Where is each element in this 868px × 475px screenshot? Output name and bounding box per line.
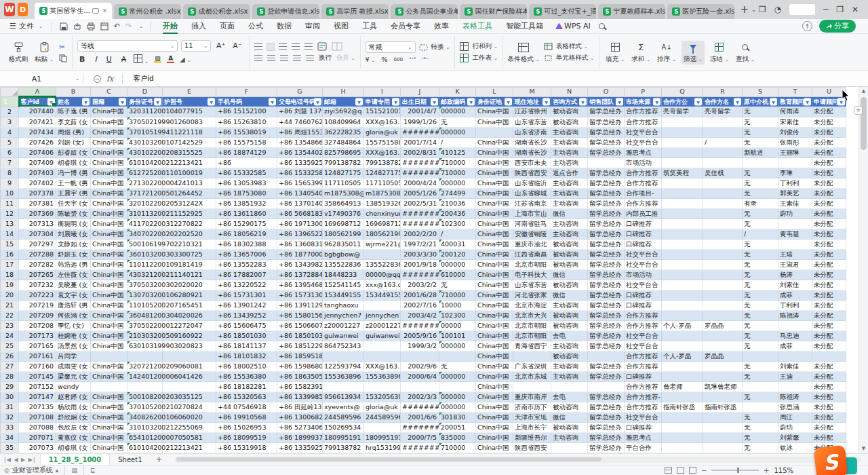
row-header-13[interactable]: 13 — [1, 218, 19, 229]
align-right-icon[interactable] — [280, 55, 288, 62]
column-header-F[interactable]: F — [216, 88, 277, 97]
cell-K29[interactable] — [439, 381, 476, 392]
cell-F19[interactable]: +86 13220522 — [216, 280, 277, 290]
cell-T24[interactable]: 马忠迪 — [778, 330, 812, 341]
cell-I8[interactable]: 124827175 — [364, 168, 401, 178]
cell-G21[interactable]: +86 1391129694 — [277, 300, 323, 310]
cell-P19[interactable]: 社交平台合 — [625, 280, 662, 290]
row-header-32[interactable]: 32 — [1, 412, 19, 422]
cell-S10[interactable]: 无 — [743, 188, 778, 198]
restore-layout-icon[interactable]: ❐ — [759, 5, 766, 14]
cell-O5[interactable]: 留学总经办 — [588, 137, 625, 147]
cell-K23[interactable]: 00000 — [439, 320, 476, 330]
rows-cols-button[interactable]: 行和列⌄ — [472, 42, 497, 51]
sum-button[interactable]: Σ 求和⌄ — [630, 41, 652, 64]
cell-D20[interactable]: 130703200106280921 — [127, 290, 163, 300]
cell-E29[interactable] — [163, 381, 216, 392]
cell-F2[interactable]: +86 15152100 — [216, 107, 277, 117]
cell-T25[interactable]: 成菲 — [778, 341, 812, 351]
column-header-B[interactable]: B — [56, 88, 91, 97]
header-cell-T1[interactable]: 教育顾问▼ — [778, 96, 812, 107]
cell-N34[interactable]: 主动咨询 — [551, 432, 588, 442]
cell-I4[interactable]: gloria@uk — [364, 127, 401, 137]
cell-N3[interactable]: 被动咨询 — [551, 117, 588, 127]
cell-R25[interactable] — [703, 341, 743, 351]
cell-N16[interactable]: 被动咨询 — [551, 249, 588, 259]
cell-N28[interactable]: 主动咨询 — [551, 371, 588, 381]
cell-G22[interactable]: +86 1580156591 — [277, 310, 323, 320]
cell-S2[interactable]: 无 — [743, 107, 778, 117]
cell-C10[interactable]: China中国 — [91, 188, 127, 198]
cell-T28[interactable]: 王迪 — [778, 371, 812, 381]
cell-S6[interactable]: 新航道 — [743, 147, 778, 157]
cell-H12[interactable]: v17490376 — [323, 208, 364, 218]
cell-L2[interactable]: China中国 — [476, 107, 513, 117]
cell-P31[interactable]: 合作方推荐 — [625, 402, 662, 412]
cell-B9[interactable]: 王一帆 (男 — [56, 178, 91, 188]
cell-F34[interactable]: +86 18099519 — [216, 432, 277, 442]
cell-H4[interactable]: 362228235 — [323, 127, 364, 137]
ribbon-tab-公式[interactable]: 公式 — [241, 19, 270, 34]
cell-B22[interactable]: 何依涵 (女 — [56, 310, 91, 320]
cell-G8[interactable]: +86 1533258500 — [277, 168, 323, 178]
cell-T33[interactable]: 蔚玏 — [778, 422, 812, 432]
row-header-19[interactable]: 19 — [1, 280, 19, 290]
cell-P33[interactable]: 口碑推荐 — [625, 422, 662, 432]
increase-decimal-button[interactable]: ⁺·⁰ — [409, 56, 416, 62]
cell-D15[interactable]: 500106199702210321 — [127, 239, 163, 249]
header-cell-G1[interactable]: 父母电话号码▼ — [277, 96, 323, 107]
cell-O7[interactable] — [588, 157, 625, 168]
new-document-tab-button[interactable]: + — [740, 3, 749, 16]
cell-P14[interactable]: 口碑推荐 — [625, 229, 662, 239]
cell-K34[interactable]: 835000 — [439, 432, 476, 442]
cell-B27[interactable]: 成雨雯 (女 — [56, 361, 91, 371]
header-cell-K1[interactable]: 邮政编码▼ — [439, 96, 476, 107]
filter-dropdown-icon[interactable]: ▼ — [467, 98, 475, 105]
cell-K24[interactable]: 100101 — [439, 330, 476, 341]
cell-G19[interactable]: +86 1395468251 — [277, 280, 323, 290]
cell-T27[interactable]: 刘素佳 — [778, 361, 812, 371]
cell-A11[interactable]: 207381 — [19, 198, 56, 208]
cell-H8[interactable]: 124827175 — [323, 168, 364, 178]
filter-dropdown-icon[interactable]: ▼ — [694, 98, 702, 105]
cell-M21[interactable]: 北京市海淀 — [513, 300, 551, 310]
cell-M7[interactable]: 西安市未央 — [513, 157, 551, 168]
cell-Q23[interactable]: 个人-罗晶 — [662, 320, 703, 330]
globe-icon[interactable]: ◔ — [774, 5, 781, 14]
cell-Q20[interactable] — [662, 290, 703, 300]
document-tab[interactable]: S 公务员国企事业单... — [391, 4, 458, 19]
cell-H16[interactable]: bgbgbow@ — [323, 249, 364, 259]
cell-J27[interactable]: 2002/9/6 — [401, 361, 439, 371]
cell-A2[interactable]: 207440 — [19, 107, 56, 117]
cell-L20[interactable]: China中国 — [476, 290, 513, 300]
cell-P21[interactable]: 口碑推荐 — [625, 300, 662, 310]
cell-R15[interactable] — [703, 239, 743, 249]
cell-T26[interactable] — [778, 351, 812, 361]
cell-D22[interactable]: 360481200304020026 — [127, 310, 163, 320]
row-header-20[interactable]: 20 — [1, 290, 19, 300]
cell-R5[interactable]: / — [703, 137, 743, 147]
cell-P29[interactable]: 合作方推荐 — [625, 381, 662, 392]
cell-P24[interactable]: 社交平台合 — [625, 330, 662, 341]
cell-O2[interactable]: 留学总经办 — [588, 107, 625, 117]
cell-B32[interactable]: 舒欣娴 (女 — [56, 412, 91, 422]
ribbon-tab-审阅[interactable]: 审阅 — [298, 19, 327, 34]
cell-G30[interactable]: +86 1339985047 — [277, 392, 323, 402]
cell-A8[interactable]: 207403 — [19, 168, 56, 178]
cell-K3[interactable]: 无 — [439, 117, 476, 127]
cell-N6[interactable]: 主动咨询 — [551, 147, 588, 157]
cell-C12[interactable]: China中国 — [91, 208, 127, 218]
cell-N22[interactable]: 被动咨询 — [551, 310, 588, 320]
cell-D9[interactable]: 271302200004241013 — [127, 178, 163, 188]
cell-N7[interactable]: 主动咨询 — [551, 157, 588, 168]
quick-access-caret-icon[interactable]: ⌄ — [139, 24, 143, 29]
cell-C35[interactable]: China中国 — [91, 442, 127, 453]
cell-R21[interactable] — [703, 300, 743, 310]
cell-M28[interactable]: 北京市东城 — [513, 371, 551, 381]
cell-L7[interactable]: China中国 — [476, 157, 513, 168]
cell-J6[interactable]: 2002/8/31 — [401, 147, 439, 157]
column-header-J[interactable]: J — [401, 88, 439, 97]
cell-D23[interactable]: 370502200012272047 — [127, 320, 163, 330]
cell-G12[interactable]: +86 56681836 — [277, 208, 323, 218]
cell-C33[interactable]: China中国 — [91, 422, 127, 432]
